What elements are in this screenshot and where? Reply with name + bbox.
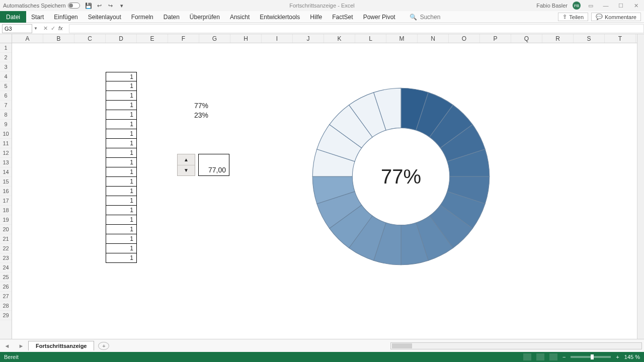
col-header-D[interactable]: D xyxy=(106,34,137,43)
qat-more-icon[interactable]: ▾ xyxy=(118,3,125,9)
row-header-21[interactable]: 21 xyxy=(0,234,12,244)
tab-developer[interactable]: Entwicklertools xyxy=(255,11,305,23)
tab-pagelayout[interactable]: Seitenlayout xyxy=(83,11,126,23)
undo-icon[interactable]: ↩ xyxy=(96,3,103,9)
tab-start[interactable]: Start xyxy=(26,11,49,23)
cell-d22[interactable]: 1 xyxy=(106,244,137,253)
tab-formulas[interactable]: Formeln xyxy=(126,11,158,23)
cell-area[interactable]: 11111111111111111111 77% 23% ▲ ▼ 77,00 7… xyxy=(12,43,637,339)
cell-d14[interactable]: 1 xyxy=(106,167,137,177)
namebox-dropdown-icon[interactable]: ▼ xyxy=(32,26,39,31)
cell-d17[interactable]: 1 xyxy=(106,196,137,206)
col-header-P[interactable]: P xyxy=(480,34,511,43)
cell-d5[interactable]: 1 xyxy=(106,81,137,91)
maximize-icon[interactable]: ☐ xyxy=(616,3,626,9)
row-header-15[interactable]: 15 xyxy=(0,177,12,187)
row-header-25[interactable]: 25 xyxy=(0,273,12,282)
row-header-10[interactable]: 10 xyxy=(0,129,12,139)
row-header-1[interactable]: 1 xyxy=(0,43,12,53)
row-header-24[interactable]: 24 xyxy=(0,263,12,273)
spin-up-icon[interactable]: ▲ xyxy=(178,154,195,165)
row-header-22[interactable]: 22 xyxy=(0,244,12,253)
row-header-28[interactable]: 28 xyxy=(0,301,12,311)
zoom-in-icon[interactable]: + xyxy=(616,354,619,360)
col-header-I[interactable]: I xyxy=(262,34,293,43)
col-header-K[interactable]: K xyxy=(324,34,355,43)
tab-data[interactable]: Daten xyxy=(158,11,185,23)
cell-d4[interactable]: 1 xyxy=(106,72,137,81)
cell-d11[interactable]: 1 xyxy=(106,139,137,148)
col-header-O[interactable]: O xyxy=(449,34,480,43)
zoom-out-icon[interactable]: − xyxy=(562,354,566,360)
name-box[interactable]: G3 xyxy=(2,24,32,33)
accept-formula-icon[interactable]: ✓ xyxy=(51,25,55,32)
save-icon[interactable]: 💾 xyxy=(85,3,92,9)
cell-d21[interactable]: 1 xyxy=(106,234,137,244)
row-header-4[interactable]: 4 xyxy=(0,72,12,81)
tab-file[interactable]: Datei xyxy=(0,11,26,23)
col-header-B[interactable]: B xyxy=(43,34,74,43)
cell-d7[interactable]: 1 xyxy=(106,101,137,110)
cell-d10[interactable]: 1 xyxy=(106,129,137,139)
hscroll-thumb[interactable] xyxy=(392,343,412,348)
row-header-12[interactable]: 12 xyxy=(0,148,12,158)
view-pagelayout-icon[interactable] xyxy=(536,353,544,360)
sheet-tab-active[interactable]: Fortschrittsanzeige xyxy=(28,341,94,350)
share-button[interactable]: ⇪Teilen xyxy=(558,13,588,21)
donut-chart[interactable]: 77% xyxy=(308,83,494,269)
close-icon[interactable]: ✕ xyxy=(631,3,641,9)
row-header-14[interactable]: 14 xyxy=(0,167,12,177)
ribbon-mode-icon[interactable]: ▭ xyxy=(586,3,596,9)
row-header-8[interactable]: 8 xyxy=(0,110,12,120)
redo-icon[interactable]: ↪ xyxy=(107,3,114,9)
cell-d15[interactable]: 1 xyxy=(106,177,137,187)
cell-d13[interactable]: 1 xyxy=(106,158,137,167)
col-header-E[interactable]: E xyxy=(137,34,168,43)
row-header-27[interactable]: 27 xyxy=(0,292,12,301)
row-header-9[interactable]: 9 xyxy=(0,120,12,129)
row-header-2[interactable]: 2 xyxy=(0,53,12,62)
minimize-icon[interactable]: — xyxy=(601,3,611,9)
row-header-13[interactable]: 13 xyxy=(0,158,12,167)
fx-icon[interactable]: fx xyxy=(58,25,63,32)
horizontal-scrollbar[interactable] xyxy=(390,342,642,349)
row-header-6[interactable]: 6 xyxy=(0,91,12,101)
avatar[interactable]: FB xyxy=(573,2,581,10)
col-header-T[interactable]: T xyxy=(605,34,636,43)
cell-d20[interactable]: 1 xyxy=(106,225,137,234)
cell-d19[interactable]: 1 xyxy=(106,215,137,225)
col-header-Q[interactable]: Q xyxy=(511,34,542,43)
tab-review[interactable]: Überprüfen xyxy=(185,11,225,23)
col-header-A[interactable]: A xyxy=(12,34,43,43)
col-header-H[interactable]: H xyxy=(230,34,262,43)
row-header-7[interactable]: 7 xyxy=(0,101,12,110)
row-header-20[interactable]: 20 xyxy=(0,225,12,234)
cell-d6[interactable]: 1 xyxy=(106,91,137,101)
cell-d18[interactable]: 1 xyxy=(106,206,137,215)
cancel-formula-icon[interactable]: ✕ xyxy=(43,25,48,32)
cell-d16[interactable]: 1 xyxy=(106,187,137,196)
col-header-C[interactable]: C xyxy=(74,34,106,43)
cell-d12[interactable]: 1 xyxy=(106,148,137,158)
tab-powerpivot[interactable]: Power Pivot xyxy=(358,11,400,23)
tab-nav-prev-icon[interactable]: ◄ xyxy=(0,343,14,349)
cell-d23[interactable]: 1 xyxy=(106,253,137,263)
tab-nav-next-icon[interactable]: ► xyxy=(14,343,28,349)
row-header-5[interactable]: 5 xyxy=(0,81,12,91)
col-header-M[interactable]: M xyxy=(386,34,418,43)
cell-d9[interactable]: 1 xyxy=(106,120,137,129)
col-header-J[interactable]: J xyxy=(293,34,324,43)
row-header-18[interactable]: 18 xyxy=(0,206,12,215)
row-header-17[interactable]: 17 xyxy=(0,196,12,206)
zoom-level[interactable]: 145 % xyxy=(624,354,640,360)
tab-help[interactable]: Hilfe xyxy=(305,11,327,23)
cell-d8[interactable]: 1 xyxy=(106,110,137,120)
row-header-26[interactable]: 26 xyxy=(0,282,12,292)
select-all-corner[interactable] xyxy=(0,34,12,43)
autosave-toggle[interactable] xyxy=(68,3,80,9)
add-sheet-button[interactable]: + xyxy=(98,342,109,350)
tab-view[interactable]: Ansicht xyxy=(225,11,255,23)
spin-down-icon[interactable]: ▼ xyxy=(178,165,195,176)
col-header-L[interactable]: L xyxy=(355,34,386,43)
col-header-F[interactable]: F xyxy=(168,34,199,43)
